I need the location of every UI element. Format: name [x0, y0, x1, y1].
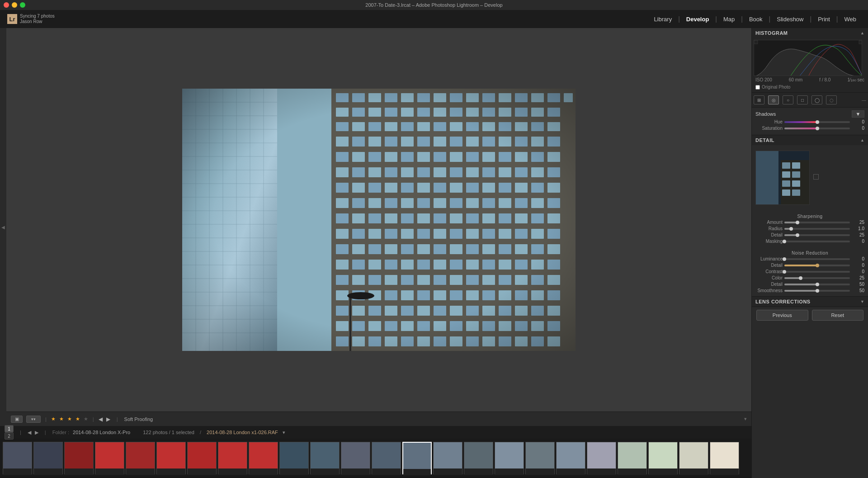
- page-2-tab[interactable]: 2: [5, 432, 14, 440]
- nr-smoothness-thumb[interactable]: [816, 289, 819, 293]
- nav-print[interactable]: Print: [813, 14, 835, 24]
- next-photo-arrow[interactable]: ▶: [106, 416, 110, 422]
- crop-tool[interactable]: ⊞: [754, 95, 764, 104]
- star-5[interactable]: ★: [84, 416, 88, 422]
- redeye-tool[interactable]: ○: [783, 95, 793, 104]
- maximize-button[interactable]: [20, 2, 25, 8]
- filmstrip-thumb-15[interactable]: [433, 442, 462, 474]
- nr-color-detail-thumb[interactable]: [816, 283, 819, 286]
- shadows-dropdown[interactable]: ▼: [852, 110, 864, 118]
- filmstrip-thumb-8[interactable]: [218, 442, 247, 474]
- saturation-slider[interactable]: [784, 128, 850, 129]
- filmstrip-thumb-12[interactable]: [341, 442, 370, 474]
- prev-photo-arrow[interactable]: ◀: [99, 416, 103, 422]
- selected-file[interactable]: 2014-08-28 London x1-026.RAF: [207, 430, 278, 435]
- filmstrip-thumb-4[interactable]: [95, 442, 124, 474]
- soft-proofing-toggle[interactable]: Soft Proofing: [124, 416, 153, 422]
- filmstrip-thumb-19[interactable]: [556, 442, 585, 474]
- original-photo-checkbox[interactable]: [755, 85, 760, 90]
- histogram-header[interactable]: Histogram ▲: [752, 28, 868, 38]
- nr-contrast-thumb[interactable]: [783, 270, 786, 274]
- radius-label: Radius: [755, 226, 783, 231]
- photo-container: // We'll do this with SVG rect elements …: [6, 28, 751, 412]
- lens-corrections-header[interactable]: Lens Corrections ▼: [752, 297, 868, 307]
- detail-header[interactable]: Detail ▲: [752, 135, 868, 145]
- filmstrip-thumb-2[interactable]: [33, 442, 63, 474]
- nr-color-slider[interactable]: [784, 277, 850, 279]
- filmstrip-thumb-16[interactable]: [464, 442, 493, 474]
- star-4[interactable]: ★: [75, 416, 80, 422]
- filmstrip-thumb-6[interactable]: [156, 442, 186, 474]
- filmstrip-thumb-1[interactable]: [3, 442, 32, 474]
- filmstrip-thumb-3[interactable]: [64, 442, 94, 474]
- filmstrip-thumb-22[interactable]: [648, 442, 678, 474]
- filmstrip-thumb-14[interactable]: [402, 442, 432, 474]
- left-panel-toggle[interactable]: ◀: [0, 28, 6, 426]
- nr-luminance-slider[interactable]: [784, 258, 850, 260]
- filmstrip-next-page[interactable]: ▶: [35, 430, 38, 435]
- amount-slider[interactable]: [784, 222, 850, 223]
- detail-nav-icon[interactable]: [813, 174, 819, 180]
- detail-slider[interactable]: [784, 234, 850, 236]
- panel-end-icon[interactable]: —: [862, 98, 866, 103]
- filmstrip-thumb-5[interactable]: [126, 442, 155, 474]
- previous-button[interactable]: Previous: [756, 310, 808, 321]
- filmstrip-thumb-7[interactable]: [187, 442, 217, 474]
- nr-detail-thumb[interactable]: [816, 264, 819, 267]
- original-photo-toggle[interactable]: Original Photo: [754, 84, 866, 90]
- nr-smoothness-slider[interactable]: [784, 290, 850, 292]
- minimize-button[interactable]: [12, 2, 17, 8]
- nav-map[interactable]: Map: [719, 14, 739, 24]
- selected-file-dropdown[interactable]: ▾: [283, 430, 285, 435]
- gradient-tool[interactable]: □: [797, 95, 808, 104]
- detail-thumb-ctrl[interactable]: [796, 233, 799, 237]
- nav-library[interactable]: Library: [649, 14, 676, 24]
- filmstrip-thumb-24[interactable]: [710, 442, 739, 474]
- star-3[interactable]: ★: [67, 416, 72, 422]
- nav-develop[interactable]: Develop: [682, 14, 714, 24]
- star-2[interactable]: ★: [59, 416, 64, 422]
- view-mode-btn[interactable]: ▣: [11, 416, 23, 423]
- radial-tool[interactable]: ◯: [811, 95, 822, 104]
- amount-thumb[interactable]: [796, 221, 799, 224]
- nr-luminance-value: 0: [852, 256, 864, 261]
- nr-color-detail-slider[interactable]: [784, 284, 850, 285]
- nr-color-thumb[interactable]: [799, 276, 802, 280]
- nr-detail-row: Detail 0: [755, 263, 864, 268]
- nr-luminance-thumb[interactable]: [783, 257, 786, 261]
- svg-rect-280: [792, 171, 800, 178]
- filmstrip-thumb-9[interactable]: [249, 442, 278, 474]
- hue-slider[interactable]: [784, 121, 850, 123]
- nav-book[interactable]: Book: [745, 14, 767, 24]
- masking-slider-row: Masking 0: [755, 239, 864, 244]
- saturation-thumb[interactable]: [816, 127, 819, 130]
- filmstrip-thumb-23[interactable]: [679, 442, 708, 474]
- nav-web[interactable]: Web: [840, 14, 861, 24]
- filmstrip-thumb-10[interactable]: [279, 442, 309, 474]
- radius-thumb[interactable]: [789, 227, 793, 231]
- filmstrip-thumb-21[interactable]: [618, 442, 647, 474]
- adjustment-brush[interactable]: ◌: [826, 95, 837, 104]
- close-button[interactable]: [4, 2, 9, 8]
- filmstrip-thumb-13[interactable]: [372, 442, 401, 474]
- radius-slider[interactable]: [784, 228, 850, 230]
- heal-tool[interactable]: ◎: [768, 95, 779, 104]
- reset-button[interactable]: Reset: [812, 310, 864, 321]
- page-1-tab[interactable]: 1: [5, 425, 14, 432]
- star-1[interactable]: ★: [51, 416, 56, 422]
- filmstrip-thumb-11[interactable]: [310, 442, 340, 474]
- nav-slideshow[interactable]: Slideshow: [772, 14, 808, 24]
- nr-detail-slider[interactable]: [784, 265, 850, 266]
- filmstrip-thumb-17[interactable]: [495, 442, 524, 474]
- masking-thumb[interactable]: [783, 240, 786, 243]
- hue-thumb[interactable]: [816, 120, 819, 124]
- filmstrip-thumb-18[interactable]: [525, 442, 555, 474]
- soft-proof-dropdown[interactable]: ▾: [744, 416, 747, 422]
- view-flag-btn[interactable]: ▾▾: [26, 416, 41, 423]
- masking-slider[interactable]: [784, 241, 850, 242]
- filmstrip-prev-page[interactable]: ◀: [28, 430, 31, 435]
- nr-contrast-slider[interactable]: [784, 271, 850, 273]
- svg-rect-282: [792, 180, 800, 187]
- sharpening-title: Sharpening: [755, 214, 864, 219]
- filmstrip-thumb-20[interactable]: [587, 442, 616, 474]
